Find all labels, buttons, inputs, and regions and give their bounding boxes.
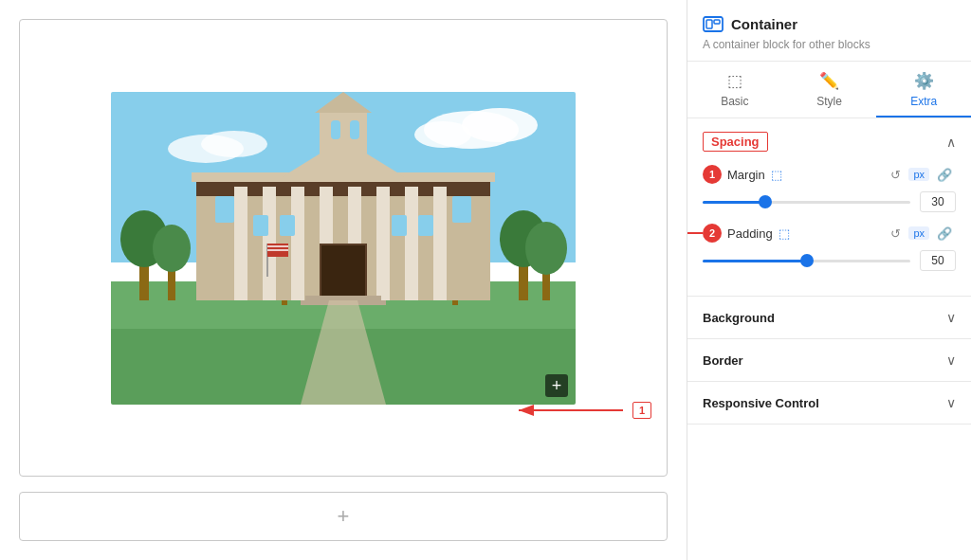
margin-step-badge: 1 <box>703 165 722 184</box>
margin-slider-row <box>703 191 956 212</box>
responsive-control-chevron: ∨ <box>946 395 956 410</box>
svg-rect-44 <box>305 296 381 300</box>
svg-rect-28 <box>376 187 390 300</box>
padding-monitor-icon: ⬚ <box>779 226 790 241</box>
border-title: Border <box>703 353 743 368</box>
basic-icon: ⬚ <box>727 71 742 91</box>
svg-point-2 <box>462 108 538 142</box>
left-panel: + 1 + <box>0 0 687 560</box>
add-block-button[interactable]: + <box>19 492 668 541</box>
svg-rect-29 <box>405 187 418 300</box>
tabs-row: ⬚ Basic ✏️ Style ⚙️ Extra <box>687 62 971 118</box>
margin-reset-button[interactable]: ↺ <box>887 166 905 184</box>
margin-slider-track[interactable] <box>703 201 910 204</box>
margin-link-button[interactable]: 🔗 <box>933 166 956 184</box>
padding-unit: px <box>908 226 929 240</box>
tab-basic[interactable]: ⬚ Basic <box>687 62 782 117</box>
svg-rect-25 <box>291 187 304 300</box>
responsive-control-title: Responsive Control <box>703 396 819 410</box>
container-icon <box>703 13 724 34</box>
padding-control-row: 2 Padding ⬚ ↺ px 🔗 <box>703 224 956 243</box>
svg-point-5 <box>201 131 267 157</box>
margin-unit: px <box>908 168 929 181</box>
padding-label: Padding <box>727 226 773 241</box>
padding-slider-row <box>703 250 956 271</box>
padding-label-group: 2 Padding ⬚ <box>703 224 790 243</box>
background-chevron: ∨ <box>946 310 956 325</box>
svg-point-15 <box>525 222 567 275</box>
margin-actions: ↺ px 🔗 <box>887 166 956 184</box>
svg-rect-55 <box>714 20 720 24</box>
tab-style-label: Style <box>816 95 842 108</box>
margin-monitor-icon: ⬚ <box>771 168 782 182</box>
spacing-section: Spacing ∧ 1 Margin ⬚ ↺ px 🔗 <box>687 118 971 297</box>
svg-rect-38 <box>253 215 268 236</box>
padding-actions: ↺ px 🔗 <box>887 225 956 243</box>
padding-link-button[interactable]: 🔗 <box>933 225 956 243</box>
padding-slider-thumb[interactable] <box>800 254 814 267</box>
svg-rect-30 <box>433 187 447 300</box>
canvas-container: + 1 <box>19 19 668 477</box>
border-chevron: ∨ <box>946 352 956 368</box>
margin-slider-fill <box>703 201 765 204</box>
panel-subtitle: A container block for other blocks <box>703 38 956 51</box>
right-panel: Container A container block for other bl… <box>687 0 971 560</box>
padding-slider-track[interactable] <box>703 260 910 262</box>
annotation-box-1: 1 <box>632 402 651 419</box>
svg-rect-43 <box>321 245 365 298</box>
tab-extra-label: Extra <box>910 95 937 108</box>
svg-rect-37 <box>452 196 471 223</box>
svg-rect-40 <box>392 215 407 236</box>
background-header[interactable]: Background ∨ <box>687 297 971 338</box>
svg-point-3 <box>414 121 471 148</box>
extra-icon: ⚙️ <box>914 71 934 91</box>
spacing-title: Spacing <box>703 132 768 152</box>
svg-rect-41 <box>418 215 433 236</box>
svg-rect-34 <box>331 120 340 139</box>
padding-slider-fill <box>703 260 807 262</box>
image-wrapper: + <box>111 92 576 405</box>
margin-value-input[interactable] <box>920 191 956 212</box>
border-section: Border ∨ <box>687 339 971 382</box>
border-header[interactable]: Border ∨ <box>687 339 971 381</box>
svg-rect-35 <box>350 120 359 139</box>
svg-rect-54 <box>706 20 712 28</box>
margin-slider-thumb[interactable] <box>759 195 772 208</box>
svg-rect-32 <box>320 111 367 158</box>
svg-rect-36 <box>215 196 234 223</box>
spacing-header[interactable]: Spacing ∧ <box>687 118 971 165</box>
margin-arrow <box>509 397 632 424</box>
panel-header: Container A container block for other bl… <box>687 0 971 62</box>
panel-title-row: Container <box>703 13 956 34</box>
svg-rect-39 <box>280 215 295 236</box>
tab-basic-label: Basic <box>721 95 748 108</box>
spacing-content: 1 Margin ⬚ ↺ px 🔗 <box>687 165 971 296</box>
building-image <box>111 92 576 405</box>
padding-value-input[interactable] <box>920 250 956 271</box>
style-icon: ✏️ <box>819 71 839 91</box>
panel-title: Container <box>731 16 797 32</box>
svg-rect-23 <box>234 187 247 300</box>
image-add-button[interactable]: + <box>545 374 568 397</box>
padding-reset-button[interactable]: ↺ <box>887 225 905 243</box>
svg-point-11 <box>153 225 191 272</box>
responsive-control-header[interactable]: Responsive Control ∨ <box>687 382 971 424</box>
padding-arrow <box>687 222 712 244</box>
background-title: Background <box>703 311 775 325</box>
tab-style[interactable]: ✏️ Style <box>782 62 877 117</box>
background-section: Background ∨ <box>687 297 971 339</box>
responsive-control-section: Responsive Control ∨ <box>687 382 971 425</box>
margin-label: Margin <box>727 168 765 182</box>
tab-extra[interactable]: ⚙️ Extra <box>876 62 971 117</box>
margin-control-row: 1 Margin ⬚ ↺ px 🔗 <box>703 165 956 184</box>
spacing-chevron: ∧ <box>946 135 956 150</box>
margin-label-group: 1 Margin ⬚ <box>703 165 782 184</box>
